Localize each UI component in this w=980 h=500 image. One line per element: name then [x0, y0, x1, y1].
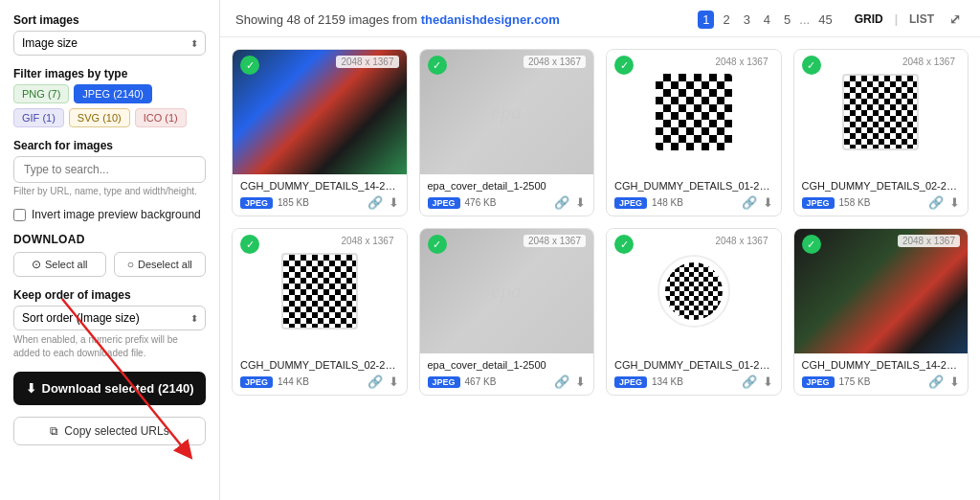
card-meta-7: JPEG 134 KB 🔗 ⬇	[614, 375, 773, 389]
badge-4: JPEG	[802, 197, 835, 209]
chip-gif[interactable]: GIF (1)	[13, 108, 64, 127]
showing-text: Showing 48 of 2159 images from thedanish…	[235, 12, 560, 27]
badge-1: JPEG	[240, 197, 273, 209]
size-2: 476 KB	[465, 197, 497, 208]
download-icon-5[interactable]: ⬇	[389, 375, 399, 389]
deselect-all-button[interactable]: ○ Deselect all	[114, 252, 207, 277]
chip-ico[interactable]: ICO (1)	[135, 108, 187, 127]
size-5: 144 KB	[278, 376, 309, 387]
select-all-button[interactable]: ⊙ Select all	[13, 252, 106, 277]
keep-order-select-wrapper: Sort order (Image size) ⬍	[13, 306, 206, 330]
card-body-8: CGH_DUMMY_DETAILS_14-2500 JPEG 175 KB 🔗 …	[794, 353, 969, 395]
check-8[interactable]: ✓	[802, 235, 821, 254]
chip-svg[interactable]: SVG (10)	[69, 108, 130, 127]
link-icon-6[interactable]: 🔗	[554, 375, 569, 389]
link-icon-8[interactable]: 🔗	[928, 375, 944, 389]
badge-3: JPEG	[614, 197, 647, 209]
chip-jpeg[interactable]: JPEG (2140)	[74, 84, 152, 103]
badge-5: JPEG	[240, 376, 273, 388]
search-title: Search for images	[13, 139, 206, 152]
size-8: 175 KB	[839, 376, 871, 387]
link-icon-4[interactable]: 🔗	[928, 195, 944, 210]
card-name-4: CGH_DUMMY_DETAILS_02-2500	[802, 180, 961, 192]
download-icon-3[interactable]: ⬇	[763, 195, 773, 210]
card-meta-8: JPEG 175 KB 🔗 ⬇	[802, 375, 961, 389]
invert-checkbox[interactable]	[13, 209, 26, 221]
image-card-3: ✓ 2048 x 1367 CGH_DUMMY_DETAILS_01-2500 …	[606, 49, 782, 216]
sort-select[interactable]: Image size	[13, 31, 206, 56]
card-actions-8: 🔗 ⬇	[928, 375, 960, 389]
card-body-1: CGH_DUMMY_DETAILS_14-2500 JPEG 185 KB 🔗 …	[233, 174, 407, 216]
dims-1: 2048 x 1367	[336, 56, 398, 68]
page-3[interactable]: 3	[739, 11, 755, 29]
card-thumbnail-3: ✓ 2048 x 1367	[607, 50, 781, 174]
check-2[interactable]: ✓	[428, 56, 447, 75]
filter-section: Filter images by type PNG (7) JPEG (2140…	[13, 67, 206, 127]
dims-6: 2048 x 1367	[523, 235, 586, 247]
pattern-4	[842, 74, 919, 150]
download-title: DOWNLOAD	[13, 233, 206, 246]
pattern-5	[281, 253, 358, 330]
copy-label: Copy selected URLs	[64, 424, 168, 438]
dims-8: 2048 x 1367	[898, 235, 960, 247]
card-body-7: CGH_DUMMY_DETAILS_01-2500 JPEG 134 KB 🔗 …	[607, 353, 781, 395]
download-icon-8[interactable]: ⬇	[949, 375, 960, 389]
card-actions-1: 🔗 ⬇	[368, 195, 399, 210]
card-thumbnail-2: ✓ 2048 x 1367 epa	[420, 50, 594, 174]
card-body-4: CGH_DUMMY_DETAILS_02-2500 JPEG 158 KB 🔗 …	[794, 174, 969, 216]
link-icon-7[interactable]: 🔗	[742, 375, 757, 389]
dims-4: 2048 x 1367	[898, 56, 960, 68]
page-4[interactable]: 4	[759, 11, 775, 29]
card-actions-7: 🔗 ⬇	[742, 375, 773, 389]
check-1[interactable]: ✓	[240, 56, 259, 75]
card-meta-5: JPEG 144 KB 🔗 ⬇	[240, 375, 399, 389]
search-hint: Filter by URL, name, type and width/heig…	[13, 186, 206, 196]
check-7[interactable]: ✓	[614, 235, 634, 254]
card-actions-5: 🔗 ⬇	[368, 375, 399, 389]
image-card-2: ✓ 2048 x 1367 epa epa_cover_detail_1-250…	[419, 49, 595, 216]
link-icon-3[interactable]: 🔗	[742, 195, 757, 210]
download-icon-4[interactable]: ⬇	[949, 195, 960, 210]
badge-2: JPEG	[428, 197, 460, 209]
download-icon-2[interactable]: ⬇	[575, 195, 586, 210]
copy-icon: ⧉	[50, 424, 58, 438]
check-5[interactable]: ✓	[240, 235, 259, 254]
check-3[interactable]: ✓	[614, 56, 634, 75]
download-icon-7[interactable]: ⬇	[763, 375, 773, 389]
main-content: Showing 48 of 2159 images from thedanish…	[220, 0, 980, 500]
keep-order-select[interactable]: Sort order (Image size)	[13, 306, 206, 330]
card-meta-2: JPEG 476 KB 🔗 ⬇	[428, 195, 587, 210]
view-toggle: GRID | LIST ⤢	[849, 10, 965, 29]
link-icon-1[interactable]: 🔗	[368, 195, 383, 210]
link-icon-2[interactable]: 🔗	[554, 195, 569, 210]
keep-order-hint: When enabled, a numeric prefix will be a…	[13, 333, 206, 360]
source-link[interactable]: thedanishdesigner.com	[421, 12, 560, 27]
search-input[interactable]	[13, 156, 206, 183]
download-icon-6[interactable]: ⬇	[575, 375, 586, 389]
keep-order-section: Keep order of images Sort order (Image s…	[13, 288, 206, 360]
download-icon: ⬇	[26, 381, 36, 396]
sidebar: Sort images Image size ⬍ Filter images b…	[0, 0, 220, 500]
link-icon-5[interactable]: 🔗	[368, 375, 383, 389]
check-6[interactable]: ✓	[428, 235, 447, 254]
card-body-2: epa_cover_detail_1-2500 JPEG 476 KB 🔗 ⬇	[420, 174, 594, 216]
download-icon-1[interactable]: ⬇	[389, 195, 399, 210]
expand-button[interactable]: ⤢	[946, 10, 965, 29]
list-view-button[interactable]: LIST	[903, 11, 940, 28]
download-selected-button[interactable]: ⬇ Download selected (2140)	[13, 372, 206, 405]
page-2[interactable]: 2	[718, 11, 734, 29]
showing-count: Showing 48 of 2159 images from	[235, 12, 421, 27]
gray-text-6: epa	[491, 279, 522, 304]
copy-urls-button[interactable]: ⧉ Copy selected URLs	[13, 417, 206, 445]
page-5[interactable]: 5	[779, 11, 795, 29]
image-card-7: ✓ 2048 x 1367 CGH_DUMMY_DETAILS_01-2500 …	[606, 228, 782, 396]
chip-png[interactable]: PNG (7)	[13, 84, 69, 103]
card-thumbnail-8: ✓ 2048 x 1367	[794, 229, 969, 353]
image-card-1: ✓ 2048 x 1367 CGH_DUMMY_DETAILS_14-2500 …	[232, 49, 408, 216]
badge-7: JPEG	[614, 376, 647, 388]
image-card-4: ✓ 2048 x 1367 CGH_DUMMY_DETAILS_02-2500 …	[793, 49, 969, 216]
page-1[interactable]: 1	[698, 11, 714, 29]
check-4[interactable]: ✓	[802, 56, 821, 75]
page-45[interactable]: 45	[813, 11, 836, 29]
grid-view-button[interactable]: GRID	[849, 11, 889, 28]
